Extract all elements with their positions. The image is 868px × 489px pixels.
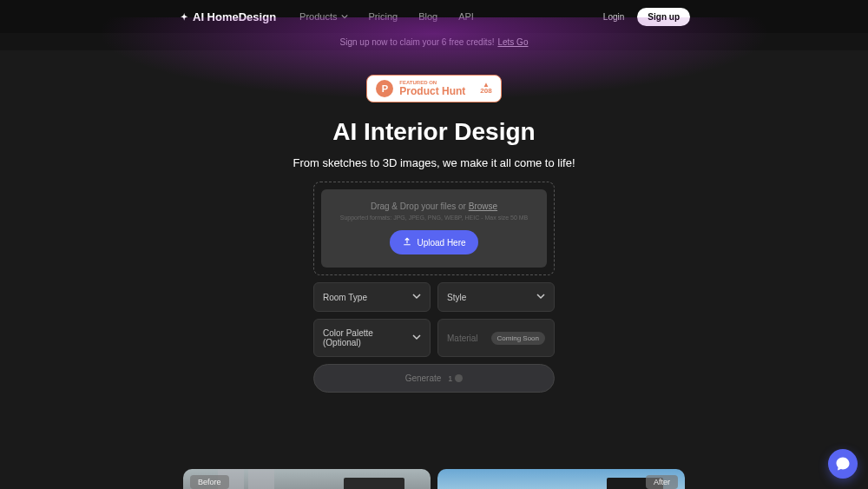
gallery-after-image: After: [437, 469, 685, 489]
supported-formats: Supported formats: JPG, JPEG, PNG, WEBP,…: [340, 215, 529, 221]
coming-soon-badge: Coming Soon: [491, 332, 545, 345]
style-select[interactable]: Style: [437, 282, 555, 312]
chevron-down-icon: [536, 292, 545, 302]
after-label: After: [646, 475, 678, 489]
generate-credits: 1: [448, 374, 452, 383]
ph-name: Product Hunt: [399, 86, 465, 97]
hero-title: AI Interior Design: [332, 118, 535, 146]
chevron-down-icon: [412, 333, 421, 343]
chat-icon: [835, 456, 851, 472]
browse-link[interactable]: Browse: [469, 202, 497, 211]
room-type-select[interactable]: Room Type: [313, 282, 431, 312]
generate-label: Generate: [405, 373, 442, 383]
product-hunt-icon: P: [376, 80, 393, 97]
upload-button[interactable]: Upload Here: [390, 230, 477, 254]
generate-button: Generate 1: [313, 364, 555, 393]
chat-widget-button[interactable]: [828, 449, 858, 479]
color-palette-select[interactable]: Color Palette (Optional): [313, 319, 431, 357]
upload-icon: [402, 236, 412, 248]
hero-subtitle: From sketches to 3D images, we make it a…: [293, 156, 575, 169]
credit-icon: [455, 374, 463, 382]
upload-button-label: Upload Here: [417, 238, 465, 248]
gallery-before-image: Before: [183, 469, 431, 489]
ph-count: 208: [480, 87, 491, 95]
before-after-gallery: Before After: [183, 469, 685, 489]
material-select: Material Coming Soon: [437, 319, 555, 357]
drag-text: Drag & Drop your files or: [371, 202, 469, 211]
chevron-down-icon: [412, 292, 421, 302]
upload-dropzone[interactable]: Drag & Drop your files or Browse Support…: [313, 182, 555, 275]
product-hunt-badge[interactable]: P FEATURED ON Product Hunt ▲ 208: [366, 75, 501, 102]
before-label: Before: [190, 475, 229, 489]
